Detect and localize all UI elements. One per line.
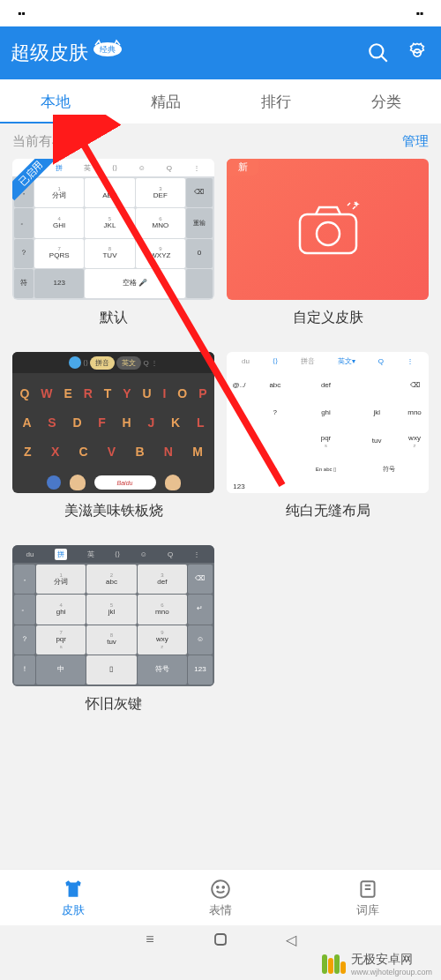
shirt-icon (62, 878, 85, 901)
subheader: 当前有4套皮 管理 (0, 123, 441, 159)
search-icon[interactable] (365, 40, 392, 66)
tabs: 本地 精品 排行 分类 (0, 79, 441, 123)
page-title: 超级皮肤 (11, 40, 88, 66)
keyboard-preview: ⟨⟩ 拼音 英文 Q ⋮ QWERTYUIOP ASDFHJKL ZXCVBNM… (12, 352, 214, 493)
keyboard-preview: du⟨⟩拼音英文▾Q⋮ @../abcdef⌫ ?ghijklmno pqrst… (227, 352, 429, 493)
svg-point-2 (370, 44, 383, 57)
svg-rect-15 (215, 934, 226, 945)
svg-text:经典: 经典 (100, 45, 116, 54)
tab-featured[interactable]: 精品 (110, 79, 220, 123)
skin-card-custom[interactable]: 新 ✦ 自定义皮肤 (227, 159, 429, 340)
skin-card-food[interactable]: ⟨⟩ 拼音 英文 Q ⋮ QWERTYUIOP ASDFHJKL ZXCVBNM… (12, 352, 214, 533)
smile-icon (209, 878, 232, 901)
skin-grid: 已启用 du拼英⟨⟩☺Q⋮ ，1分词2ABC3DEF⌫ 。4GHI5JKL6MN… (0, 159, 441, 726)
svg-point-11 (222, 886, 224, 887)
header-badge: 经典 (92, 38, 123, 57)
tab-category[interactable]: 分类 (331, 79, 441, 123)
badge-enabled: 已启用 (12, 159, 56, 203)
tab-local[interactable]: 本地 (0, 79, 110, 123)
watermark: 无极安卓网 www.wjhotelgroup.com (322, 952, 432, 976)
skin-name: 怀旧灰键 (12, 686, 214, 726)
skin-name: 美滋美味铁板烧 (12, 493, 214, 533)
back-button[interactable]: ◁ (282, 931, 300, 948)
badge-new: 新 (227, 159, 258, 178)
bottom-nav: 皮肤 表情 词库 (0, 869, 441, 925)
svg-rect-5 (300, 214, 356, 253)
keyboard-preview: du拼英⟨⟩☺Q⋮ ，1分词2abc3def⌫ 。4ghi5jkl6mno↵ ？… (12, 545, 214, 686)
home-button[interactable] (212, 931, 229, 948)
header: 超级皮肤 经典 (0, 26, 441, 79)
skin-count: 当前有4套皮 (12, 133, 86, 150)
skin-card-gray[interactable]: du拼英⟨⟩☺Q⋮ ，1分词2abc3def⌫ 。4ghi5jkl6mno↵ ？… (12, 545, 214, 726)
system-nav: ≡ ◁ (0, 925, 441, 954)
nav-emoji[interactable]: 表情 (147, 870, 295, 925)
svg-point-6 (317, 222, 340, 245)
tab-ranking[interactable]: 排行 (220, 79, 331, 123)
status-bar: ▪▪▪▪ (0, 0, 441, 26)
svg-point-10 (217, 886, 219, 887)
book-icon (356, 878, 379, 901)
watermark-logo (322, 954, 346, 974)
recent-apps-button[interactable]: ≡ (141, 931, 159, 948)
manage-link[interactable]: 管理 (402, 133, 429, 150)
svg-line-3 (381, 56, 387, 62)
svg-text:✦: ✦ (353, 199, 360, 209)
settings-icon[interactable] (404, 40, 430, 66)
skin-name: 纯白无缝布局 (227, 493, 429, 533)
nav-skins[interactable]: 皮肤 (0, 870, 147, 925)
skin-name: 自定义皮肤 (227, 300, 429, 340)
svg-point-9 (212, 880, 229, 898)
skin-card-white[interactable]: du⟨⟩拼音英文▾Q⋮ @../abcdef⌫ ?ghijklmno pqrst… (227, 352, 429, 533)
nav-dict[interactable]: 词库 (294, 870, 441, 925)
camera-icon: ✦ (293, 198, 363, 260)
skin-card-default[interactable]: 已启用 du拼英⟨⟩☺Q⋮ ，1分词2ABC3DEF⌫ 。4GHI5JKL6MN… (12, 159, 214, 340)
skin-name: 默认 (12, 300, 214, 340)
